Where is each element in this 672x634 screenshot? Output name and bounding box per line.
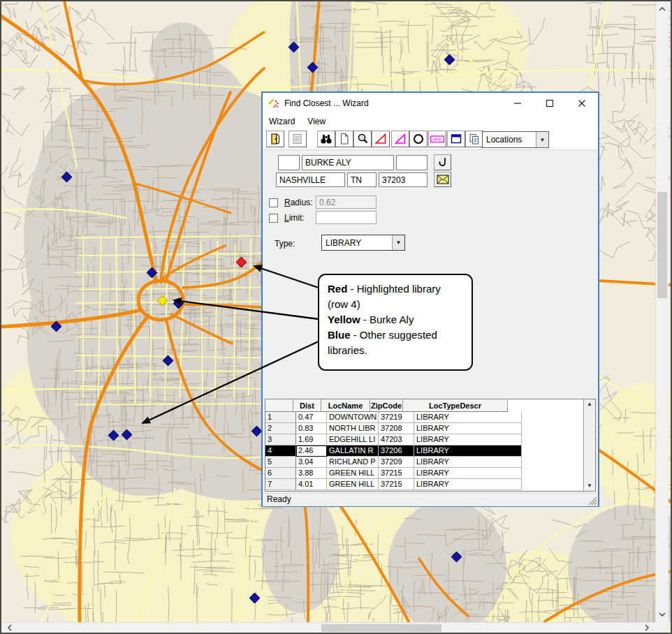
close-button[interactable] <box>567 93 597 114</box>
row-number-cell[interactable]: 3 <box>265 434 296 445</box>
data-cell[interactable]: 4.01 <box>296 479 327 490</box>
new-document-button[interactable] <box>335 131 353 147</box>
state-field[interactable] <box>347 172 377 187</box>
city-field[interactable] <box>276 172 345 187</box>
grid-vertical-scrollbar[interactable]: ▲ ▼ <box>583 399 595 491</box>
data-cell[interactable]: NORTH LIBR <box>327 423 379 434</box>
data-cell[interactable]: 37208 <box>379 423 414 434</box>
type-combo[interactable]: LIBRARY ▼ <box>321 235 405 251</box>
data-cell[interactable]: 2.46 <box>296 445 327 457</box>
table-row[interactable]: 53.04RICHLAND P37209LIBRARY <box>265 457 583 468</box>
label-tool-button[interactable]: Label <box>428 131 446 147</box>
data-cell[interactable]: 37206 <box>379 445 414 457</box>
copy-window-button[interactable] <box>465 131 483 147</box>
data-cell[interactable]: 0.83 <box>296 423 327 434</box>
dialog-titlebar[interactable]: Find Closest ... Wizard <box>263 93 598 114</box>
column-header[interactable]: ZipCode <box>370 399 403 412</box>
street-suffix-field[interactable] <box>396 155 428 170</box>
scroll-down-icon[interactable] <box>658 610 666 619</box>
limit-field[interactable] <box>316 211 377 224</box>
radius-red-tool-button[interactable] <box>372 131 390 147</box>
locate-button[interactable] <box>434 154 451 170</box>
street-prefix-field[interactable] <box>278 155 300 170</box>
data-cell[interactable]: 3.04 <box>296 457 327 468</box>
magenta-triangle-icon <box>394 133 407 145</box>
column-header[interactable]: LocName <box>321 399 370 412</box>
find-button[interactable] <box>317 131 335 147</box>
data-cell[interactable]: GREEN HILL <box>327 479 379 490</box>
menu-wizard[interactable]: Wizard <box>263 115 301 128</box>
row-number-cell[interactable]: 2 <box>265 423 296 434</box>
street-name-field[interactable] <box>302 155 394 170</box>
radius-magenta-tool-button[interactable] <box>391 131 409 147</box>
column-header[interactable]: LocTypeDescr <box>403 399 508 412</box>
properties-icon <box>291 133 304 145</box>
legend-callout: Red - Highlighted library (row 4) Yellow… <box>318 274 473 371</box>
column-header[interactable]: Dist <box>293 399 321 412</box>
grid-header-row: DistLocNameZipCodeLocTypeDescr <box>265 399 583 412</box>
new-window-button[interactable] <box>447 131 465 147</box>
table-row[interactable]: 20.83NORTH LIBR37208LIBRARY <box>265 423 583 434</box>
legend-line-yellow: Yellow - Burke Aly <box>328 314 414 325</box>
resize-grip[interactable] <box>588 496 597 506</box>
zoom-button[interactable] <box>353 131 372 147</box>
radius-field[interactable] <box>316 196 377 209</box>
data-cell[interactable]: 37209 <box>379 457 414 468</box>
properties-button[interactable] <box>288 131 307 147</box>
table-row[interactable]: 31.69EDGEHILL LI47203LIBRARY <box>265 434 583 445</box>
table-row[interactable]: 10.47DOWNTOWN37219LIBRARY <box>265 412 583 423</box>
row-number-cell[interactable]: 6 <box>265 468 296 479</box>
maximize-button[interactable] <box>534 93 565 114</box>
data-cell[interactable]: EDGEHILL LI <box>327 434 379 445</box>
map-vertical-scrollbar[interactable] <box>655 1 669 622</box>
map-horizontal-scrollbar[interactable] <box>1 622 655 633</box>
magnifier-icon <box>356 133 369 145</box>
scroll-left-icon[interactable] <box>6 624 14 632</box>
menu-view[interactable]: View <box>301 115 332 128</box>
data-cell[interactable]: LIBRARY <box>414 468 522 479</box>
row-number-cell[interactable]: 7 <box>265 479 296 490</box>
minimize-button[interactable] <box>502 93 533 114</box>
data-cell[interactable]: LIBRARY <box>414 457 522 468</box>
table-row[interactable]: 74.01GREEN HILL37215LIBRARY <box>265 479 583 490</box>
grid-scroll-up-icon[interactable]: ▲ <box>584 399 595 409</box>
map-vscroll-thumb[interactable] <box>657 192 667 298</box>
data-cell[interactable]: RICHLAND P <box>327 457 379 468</box>
table-row[interactable]: 63.88GREEN HILL37215LIBRARY <box>265 468 583 479</box>
data-cell[interactable]: LIBRARY <box>414 445 522 457</box>
table-row[interactable]: 42.46GALLATIN R37206LIBRARY <box>265 445 583 457</box>
scroll-up-icon[interactable] <box>658 5 666 13</box>
data-cell[interactable]: LIBRARY <box>414 479 522 490</box>
circle-tool-button[interactable] <box>409 131 428 147</box>
data-cell[interactable]: GREEN HILL <box>327 468 379 479</box>
map-hscroll-thumb[interactable] <box>321 624 441 632</box>
row-number-cell[interactable]: 5 <box>265 457 296 468</box>
data-cell[interactable]: 0.47 <box>296 412 327 423</box>
scroll-right-icon[interactable] <box>643 624 651 632</box>
data-cell[interactable]: 37219 <box>379 412 414 423</box>
row-number-cell[interactable]: 4 <box>265 445 296 457</box>
data-cell[interactable]: LIBRARY <box>414 423 522 434</box>
zip-field[interactable] <box>379 172 428 187</box>
data-cell[interactable]: LIBRARY <box>414 434 522 445</box>
layer-combo[interactable]: Locations ▼ <box>482 131 549 148</box>
data-cell[interactable]: DOWNTOWN <box>327 412 379 423</box>
radius-checkbox[interactable] <box>269 198 278 207</box>
data-cell[interactable]: 1.69 <box>296 434 327 445</box>
radius-label: Radius: <box>284 198 313 207</box>
data-cell[interactable]: LIBRARY <box>414 412 522 423</box>
data-cell[interactable]: 3.88 <box>296 468 327 479</box>
data-cell[interactable]: GALLATIN R <box>327 445 379 457</box>
exit-button[interactable] <box>266 131 284 147</box>
chevron-down-icon[interactable]: ▼ <box>392 235 404 250</box>
data-cell[interactable]: 37215 <box>379 468 414 479</box>
limit-checkbox[interactable] <box>269 214 278 223</box>
chevron-down-icon[interactable]: ▼ <box>536 132 548 147</box>
data-cell[interactable]: 37215 <box>379 479 414 490</box>
grid-scroll-down-icon[interactable]: ▼ <box>584 481 595 491</box>
locate-hook-icon <box>437 156 448 168</box>
column-header[interactable] <box>265 399 293 412</box>
row-number-cell[interactable]: 1 <box>265 412 296 423</box>
data-cell[interactable]: 47203 <box>379 434 414 445</box>
mail-button[interactable] <box>434 172 451 187</box>
